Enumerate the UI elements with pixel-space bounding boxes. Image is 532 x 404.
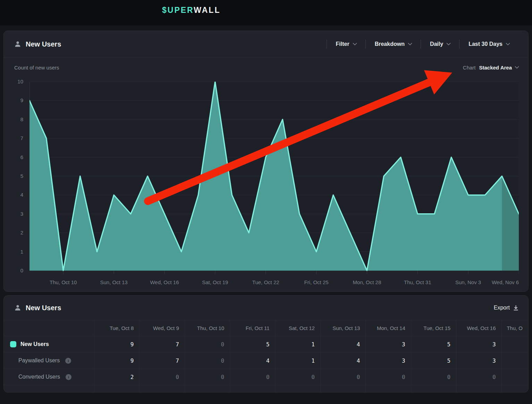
table-cell: 9 [94, 353, 140, 369]
x-axis-label: Thu, Oct 31 [404, 279, 431, 285]
table-footer-cell [321, 385, 366, 393]
x-axis-label: Wed, Nov 6 [492, 279, 519, 285]
x-axis-label: Sat, Oct 19 [202, 279, 228, 285]
table-footer-cell [411, 385, 456, 393]
chevron-down-icon [446, 41, 451, 46]
person-icon [14, 304, 21, 311]
table-cell: 7 [140, 336, 185, 352]
row-label: New Users [20, 341, 49, 347]
filter-dropdown-label: Filter [336, 41, 349, 47]
table-cell: 0 [185, 353, 230, 369]
table-row-new-users: New Users970514353 [4, 336, 528, 353]
x-axis-label: Fri, Oct 25 [304, 279, 329, 285]
chart-plot-region: 012345678910 Thu, Oct 10Sun, Oct 13Wed, … [4, 77, 528, 292]
daily-dropdown[interactable]: Daily [421, 41, 459, 47]
chevron-down-icon [506, 41, 510, 46]
last-30-days-dropdown-label: Last 30 Days [468, 41, 503, 47]
stacked-area-chart [29, 82, 519, 275]
table-column-header: Tue, Oct 8 [94, 320, 140, 336]
y-axis-label: 10 [4, 78, 23, 85]
table-cell: 0 [276, 369, 321, 385]
y-axis-label: 5 [4, 173, 23, 180]
chevron-down-icon [515, 64, 519, 69]
y-axis-label: 6 [4, 154, 23, 161]
x-axis-label: Sun, Nov 3 [455, 279, 481, 285]
y-axis-label: 1 [4, 248, 23, 255]
table-card-title: New Users [26, 304, 61, 312]
table-cell: 3 [456, 336, 501, 352]
table-cell: 5 [411, 336, 456, 352]
table-column-header: Sat, Oct 12 [276, 320, 321, 336]
table-footer-cell [502, 385, 528, 393]
table-cell: 0 [321, 369, 366, 385]
x-axis-label: Mon, Oct 28 [353, 279, 381, 285]
table-footer-cell [276, 385, 321, 393]
top-navigation-bar: $UPERWALL [0, 0, 532, 25]
table-footer-cell [456, 385, 501, 393]
chevron-down-icon [353, 41, 357, 46]
table-cell: 5 [230, 336, 275, 352]
table-footer-cell [185, 385, 230, 393]
table-corner-cell [4, 320, 94, 336]
y-axis-label: 2 [4, 229, 23, 236]
table-footer-cell [4, 385, 94, 393]
info-icon[interactable]: i [65, 358, 71, 364]
table-cell [502, 353, 528, 369]
filter-dropdown[interactable]: Filter [327, 41, 365, 47]
y-axis-label: 7 [4, 135, 23, 142]
table-cell [502, 336, 528, 352]
info-icon[interactable]: i [66, 374, 71, 380]
y-axis-label: 8 [4, 116, 23, 123]
table-cell: 3 [456, 353, 501, 369]
table-cell: 0 [185, 336, 230, 352]
table-cell: 4 [321, 353, 366, 369]
x-axis-label: Thu, Oct 10 [50, 279, 77, 285]
new-users-chart-card: New Users FilterBreakdownDailyLast 30 Da… [3, 31, 529, 292]
table-footer-cell [94, 385, 140, 393]
table-cell: 9 [94, 336, 140, 352]
table-column-header: Mon, Oct 14 [366, 320, 411, 336]
chart-type-value: Stacked Area [479, 65, 512, 71]
table-cell: 0 [140, 369, 185, 385]
table-cell: 3 [366, 353, 411, 369]
table-cell: 4 [230, 353, 275, 369]
table-card-header: New Users Export [4, 296, 528, 320]
superwall-logo: $UPERWALL [162, 6, 220, 15]
breakdown-dropdown[interactable]: Breakdown [366, 41, 421, 47]
person-icon [14, 41, 21, 48]
table-cell: 7 [140, 353, 185, 369]
daily-dropdown-label: Daily [430, 41, 443, 47]
x-axis-label: Sun, Oct 13 [100, 279, 127, 285]
table-cell: 0 [366, 369, 411, 385]
table-cell: 1 [276, 336, 321, 352]
table-cell: 2 [94, 369, 140, 385]
x-axis-label: Tue, Oct 22 [252, 279, 279, 285]
chart-sub-header: Count of new users Chart Stacked Area [4, 58, 528, 77]
table-footer-cell [140, 385, 185, 393]
table-footer-row [4, 385, 528, 393]
export-button[interactable]: Export [494, 305, 518, 311]
logo-text-teal: $UPER [162, 6, 194, 15]
table-cell: 0 [185, 369, 230, 385]
table-column-header: Thu, Oct 10 [185, 320, 230, 336]
y-axis-label: 9 [4, 97, 23, 104]
table-body: New Users970514353Paywalled Usersi970414… [4, 336, 528, 385]
download-icon [513, 305, 518, 311]
table-footer-cell [366, 385, 411, 393]
row-label-cell: New Users [4, 336, 94, 352]
table-footer-cell [230, 385, 275, 393]
chart-card-title: New Users [26, 40, 61, 48]
table-column-header: Sun, Oct 13 [321, 320, 366, 336]
export-label: Export [494, 305, 510, 311]
last-30-days-dropdown[interactable]: Last 30 Days [459, 41, 518, 47]
table-row-paywalled-users: Paywalled Usersi970414353 [4, 353, 528, 369]
table-cell: 0 [456, 369, 501, 385]
chart-type-dropdown[interactable]: Chart Stacked Area [463, 65, 518, 71]
breakdown-dropdown-label: Breakdown [375, 41, 405, 47]
y-axis-label: 3 [4, 211, 23, 217]
table-cell: 4 [321, 336, 366, 352]
table-column-header: Wed, Oct 16 [456, 320, 501, 336]
row-label-cell: Paywalled Usersi [4, 353, 94, 369]
table-cell [502, 369, 528, 385]
table-column-header: Thu, O [502, 320, 528, 336]
